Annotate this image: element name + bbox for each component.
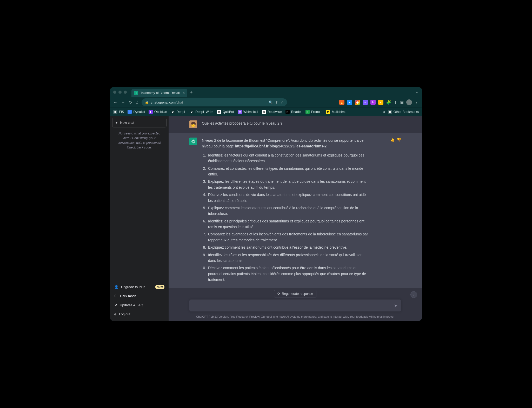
bookmark-item[interactable]: QQuillBot	[217, 110, 234, 114]
bookmark-item[interactable]: ▦FIS	[113, 110, 124, 114]
ext-icon[interactable]: ▲	[378, 100, 383, 105]
sidebar-note: Not seeing what you expected here? Don't…	[112, 127, 167, 153]
menu-icon[interactable]: ⋮	[415, 100, 419, 105]
bookmark-item[interactable]: DDeepL Write	[190, 110, 213, 114]
list-item: Décrivez comment les patients étaient sé…	[207, 265, 371, 282]
minimize-window[interactable]	[118, 91, 122, 94]
list-item: Expliquez comment les sanatoriums ont co…	[207, 244, 371, 250]
bookmarks-overflow[interactable]: »	[383, 110, 385, 114]
sidebar: + New chat Not seeing what you expected …	[110, 116, 169, 321]
downloads-icon[interactable]: ⬇	[394, 100, 397, 105]
browser-tab[interactable]: ✦ Taxonomy of Bloom: Recall. ×	[131, 89, 187, 97]
logout-icon: ⎋	[114, 312, 116, 316]
plus-icon: +	[116, 121, 118, 125]
list-item: Comparez et contrastez les différents ty…	[207, 166, 371, 177]
other-bookmarks[interactable]: ▦Other Bookmarks	[388, 110, 419, 114]
bookmarks-bar: ▦FIS ∞Dynalist ◆Obsidian DDeepL DDeepL W…	[110, 107, 422, 116]
thumbs-down-icon[interactable]: 👎	[397, 138, 401, 142]
list-item: Comparez les avantages et les inconvénie…	[207, 231, 371, 243]
star-icon[interactable]: ☆	[281, 100, 284, 104]
ext-icon[interactable]: ●	[347, 100, 352, 105]
forward-icon[interactable]: →	[121, 100, 125, 105]
extensions-icon[interactable]: 🧩	[386, 100, 391, 105]
home-icon[interactable]: ⌂	[136, 100, 138, 105]
chat-thread[interactable]: 👦 Quelles activités proposerais-tu pour …	[169, 116, 422, 288]
ext-icon[interactable]: ◆	[355, 100, 360, 105]
bookmark-item[interactable]: WWhimsical	[238, 110, 258, 114]
footer-note: ChatGPT Feb 13 Version. Free Research Pr…	[169, 314, 422, 321]
dark-mode-button[interactable]: ☾Dark mode	[112, 291, 167, 301]
message-text: Niveau 2 de la taxonomie de Bloom est "C…	[202, 138, 371, 284]
url-host: chat.openai.com	[151, 100, 176, 104]
panel-icon[interactable]: ▣	[400, 100, 404, 105]
bookmark-item[interactable]: RReader	[285, 110, 302, 114]
bookmark-item[interactable]: NPronote	[305, 110, 323, 114]
profile-avatar[interactable]	[406, 99, 412, 105]
user-icon: 👤	[114, 285, 118, 289]
external-icon: ↗	[114, 303, 117, 307]
tab-favicon: ✦	[134, 91, 138, 95]
browser-toolbar: ← → ⟳ ⌂ 🔒 chat.openai.com/chat 🔍 ⬆ ☆ 🔥 ●…	[110, 97, 422, 107]
assistant-message: Niveau 2 de la taxonomie de Bloom est "C…	[169, 133, 422, 288]
list-item: Identifiez les facteurs qui ont conduit …	[207, 152, 371, 164]
titlebar: ✦ Taxonomy of Bloom: Recall. × + ⌄	[110, 87, 422, 97]
message-input-box: ➤	[189, 300, 401, 311]
link[interactable]: https://gallica.bnf.fr/blog/24022023/les…	[235, 144, 327, 148]
regenerate-button[interactable]: ⟳ Regenerate response	[274, 290, 316, 297]
svg-point-0	[192, 140, 194, 142]
list-item: Expliquez les différentes étapes du trai…	[207, 179, 371, 190]
bookmark-item[interactable]: MMailchimp	[326, 110, 346, 114]
new-badge: NEW	[155, 285, 164, 289]
new-tab-button[interactable]: +	[190, 90, 193, 95]
main-panel: 👦 Quelles activités proposerais-tu pour …	[169, 116, 422, 321]
ext-icon[interactable]: ≡	[363, 100, 368, 105]
window-controls	[113, 91, 127, 94]
thumbs-up-icon[interactable]: 👍	[390, 138, 395, 142]
version-link[interactable]: ChatGPT Feb 13 Version	[196, 315, 228, 318]
ext-icon[interactable]: 🔥	[339, 100, 344, 105]
lock-icon: 🔒	[145, 100, 149, 104]
scroll-down-button[interactable]: ↓	[410, 291, 417, 298]
maximize-window[interactable]	[124, 91, 127, 94]
ext-icon[interactable]: k	[370, 100, 376, 105]
browser-window: ✦ Taxonomy of Bloom: Recall. × + ⌄ ← → ⟳…	[110, 87, 422, 321]
new-chat-button[interactable]: + New chat	[112, 118, 167, 127]
bookmark-item[interactable]: RReadwise	[262, 110, 282, 114]
tab-title: Taxonomy of Bloom: Recall.	[140, 91, 181, 95]
bookmark-item[interactable]: DDeepL	[171, 110, 186, 114]
logout-button[interactable]: ⎋Log out	[112, 310, 167, 319]
assistant-avatar	[189, 138, 197, 145]
send-icon[interactable]: ➤	[394, 303, 397, 308]
upgrade-button[interactable]: 👤Upgrade to Plus NEW	[112, 282, 167, 291]
share-icon[interactable]: ⬆	[275, 100, 278, 104]
url-bar[interactable]: 🔒 chat.openai.com/chat 🔍 ⬆ ☆	[142, 98, 287, 106]
tabs-chevron-icon[interactable]: ⌄	[416, 90, 418, 94]
bookmark-item[interactable]: ∞Dynalist	[128, 110, 145, 114]
message-text: Quelles activités proposerais-tu pour le…	[202, 120, 283, 128]
activity-list: Identifiez les facteurs qui ont conduit …	[202, 152, 371, 283]
list-item: Expliquez comment les sanatoriums ont co…	[207, 205, 371, 217]
search-icon[interactable]: 🔍	[269, 100, 273, 104]
refresh-icon: ⟳	[277, 292, 280, 296]
list-item: Identifiez les principales critiques des…	[207, 218, 371, 230]
list-item: Décrivez les conditions de vie dans les …	[207, 192, 371, 203]
list-item: Identifiez les rôles et les responsabili…	[207, 252, 371, 264]
moon-icon: ☾	[114, 294, 117, 298]
close-tab-icon[interactable]: ×	[183, 91, 185, 95]
bookmark-item[interactable]: ◆Obsidian	[149, 110, 167, 114]
close-window[interactable]	[113, 91, 116, 94]
reload-icon[interactable]: ⟳	[129, 100, 132, 105]
message-input[interactable]	[193, 303, 394, 308]
updates-faq-button[interactable]: ↗Updates & FAQ	[112, 301, 167, 310]
url-path: /chat	[176, 100, 183, 104]
feedback-buttons: 👍 👎	[390, 138, 401, 142]
user-message: 👦 Quelles activités proposerais-tu pour …	[169, 116, 422, 133]
chatgpt-app: + New chat Not seeing what you expected …	[110, 116, 422, 321]
back-icon[interactable]: ←	[113, 100, 117, 105]
user-avatar: 👦	[189, 120, 197, 128]
extensions: 🔥 ● ◆ ≡ k ▲ 🧩 ⬇ ▣ ⋮	[339, 99, 419, 105]
